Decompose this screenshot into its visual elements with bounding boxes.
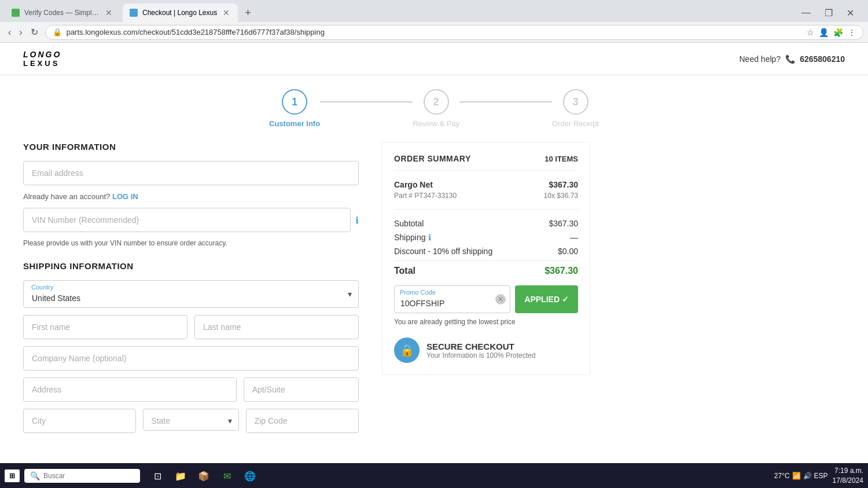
start-button[interactable]: ⊞ <box>5 469 20 482</box>
secure-text: SECURE CHECKOUT Your Information is 100%… <box>426 342 535 359</box>
tab-title-2: Checkout | Longo Lexus <box>142 9 217 17</box>
taskbar-search[interactable]: 🔍 <box>24 469 140 483</box>
language-label: ESP <box>814 472 828 480</box>
order-summary: ORDER SUMMARY 10 ITEMS Cargo Net $367.30… <box>382 142 590 375</box>
your-info-title: YOUR INFORMATION <box>23 142 359 152</box>
product-detail: Part # PT347-33130 10x $36.73 <box>394 192 578 200</box>
wifi-icon: 📶 <box>792 472 801 480</box>
logo-line2: LEXUS <box>23 59 61 68</box>
address-bar-container: ‹ › ↻ 🔒 parts.longolexus.com/checkout/51… <box>0 22 868 42</box>
tab-close-1[interactable]: ✕ <box>104 8 113 17</box>
secure-subtitle: Your Information is 100% Protected <box>426 351 535 359</box>
step-circle-2: 2 <box>424 89 449 115</box>
taskbar-sys-icons: 27°C 📶 🔊 ESP <box>774 472 828 480</box>
step-1: 1 Customer Info <box>269 89 320 128</box>
apt-input[interactable] <box>244 377 359 402</box>
shipping-value: — <box>570 233 578 242</box>
discount-line: Discount - 10% off shipping $0.00 <box>394 247 578 256</box>
profile-icon[interactable]: 👤 <box>819 28 829 37</box>
vin-help-icon[interactable]: ℹ <box>355 215 359 226</box>
lock-icon: 🔒 <box>53 28 62 36</box>
bookmark-icon[interactable]: ☆ <box>807 28 814 37</box>
tab-close-2[interactable]: ✕ <box>222 8 231 17</box>
shipping-label: Shipping ℹ <box>394 233 431 242</box>
summary-header: ORDER SUMMARY 10 ITEMS <box>394 154 578 171</box>
new-tab-button[interactable]: + <box>240 5 256 21</box>
step-label-3: Order Receipt <box>552 119 599 128</box>
company-group <box>23 346 359 370</box>
country-select[interactable]: United States Canada Mexico <box>23 280 359 308</box>
volume-icon: 🔊 <box>803 472 812 480</box>
extensions-icon[interactable]: 🧩 <box>833 28 843 37</box>
close-button[interactable]: ✕ <box>842 5 859 21</box>
subtotal-line: Subtotal $367.30 <box>394 219 578 228</box>
shipping-title: SHIPPING INFORMATION <box>23 261 359 271</box>
url-text: parts.longolexus.com/checkout/51cdd3e218… <box>67 28 802 36</box>
step-2: 2 Review & Pay <box>413 89 459 128</box>
city-input[interactable] <box>23 409 136 433</box>
back-button[interactable]: ‹ <box>5 24 14 40</box>
main-layout: YOUR INFORMATION Already have an account… <box>0 142 868 463</box>
shipping-info-icon[interactable]: ℹ <box>428 233 431 242</box>
taskbar-search-input[interactable] <box>43 472 124 480</box>
maximize-button[interactable]: ❐ <box>820 5 837 21</box>
lock-icon: 🔒 <box>394 337 420 363</box>
taskbar-right: 27°C 📶 🔊 ESP 7:19 a.m. 17/8/2024 <box>774 466 863 486</box>
total-amount: $367.30 <box>545 266 578 276</box>
step-label-2: Review & Pay <box>413 119 459 128</box>
product-name: Cargo Net $367.30 <box>394 180 578 189</box>
clock-time: 7:19 a.m. <box>833 466 863 476</box>
tab-checkout[interactable]: Checkout | Longo Lexus ✕ <box>123 3 238 22</box>
sidebar: ORDER SUMMARY 10 ITEMS Cargo Net $367.30… <box>382 142 590 440</box>
email-input[interactable] <box>23 161 359 185</box>
applied-button[interactable]: APPLIED ✓ <box>515 285 578 313</box>
shipping-section: SHIPPING INFORMATION Country United Stat… <box>23 261 359 433</box>
logo-line1: LONGO <box>23 50 61 59</box>
zip-input[interactable] <box>246 409 359 433</box>
site-header: LONGO LEXUS Need help? 📞 6265806210 <box>0 43 868 75</box>
phone-number: 6265806210 <box>800 54 845 64</box>
taskbar: ⊞ 🔍 ⊡ 📁 📦 ✉ 🌐 27°C 📶 🔊 ESP 7:19 a.m. 17/… <box>0 463 868 488</box>
minimize-button[interactable]: — <box>797 5 815 20</box>
address-bar[interactable]: 🔒 parts.longolexus.com/checkout/51cdd3e2… <box>45 25 863 40</box>
app-icon-3[interactable]: 🌐 <box>240 465 260 486</box>
promo-hint: You are already getting the lowest price <box>394 318 578 326</box>
step-circle-1: 1 <box>282 89 307 115</box>
taskbar-clock: 7:19 a.m. 17/8/2024 <box>833 466 863 486</box>
country-group: Country United States Canada Mexico ▾ <box>23 280 359 308</box>
progress-bar: 1 Customer Info 2 Review & Pay 3 Order R… <box>0 75 868 142</box>
promo-clear-button[interactable]: ✕ <box>495 294 506 304</box>
vin-hint: Please provide us with your VIN number t… <box>23 239 359 247</box>
logo: LONGO LEXUS <box>23 50 61 68</box>
name-group <box>23 315 359 339</box>
app-icon-1[interactable]: 📦 <box>193 465 214 486</box>
state-select[interactable] <box>143 409 238 431</box>
login-link[interactable]: LOG IN <box>112 192 138 201</box>
secure-checkout: 🔒 SECURE CHECKOUT Your Information is 10… <box>394 337 578 363</box>
vin-input[interactable] <box>23 208 351 232</box>
app-icon-2[interactable]: ✉ <box>216 465 237 486</box>
clock-date: 17/8/2024 <box>833 476 863 486</box>
forward-button[interactable]: › <box>16 24 25 40</box>
country-label: Country <box>31 284 54 291</box>
items-count: 10 ITEMS <box>545 155 578 163</box>
help-info: Need help? 📞 6265806210 <box>740 54 845 64</box>
secure-title: SECURE CHECKOUT <box>426 342 535 351</box>
first-name-input[interactable] <box>23 315 187 339</box>
step-3: 3 Order Receipt <box>552 89 599 128</box>
address-group <box>23 377 359 402</box>
step-line-2-3 <box>459 101 552 102</box>
search-icon: 🔍 <box>30 471 40 480</box>
company-input[interactable] <box>23 346 359 370</box>
vin-group: ℹ <box>23 208 359 232</box>
last-name-input[interactable] <box>194 315 359 339</box>
product-row: Cargo Net $367.30 Part # PT347-33130 10x… <box>394 180 578 210</box>
file-explorer-icon[interactable]: 📁 <box>170 465 191 486</box>
task-view-icon[interactable]: ⊡ <box>147 465 168 486</box>
address-input[interactable] <box>23 377 237 402</box>
reload-button[interactable]: ↻ <box>27 24 42 40</box>
promo-input-row: Promo Code ✕ APPLIED ✓ <box>394 285 578 313</box>
tab-verify-codes[interactable]: Verify Codes — SimplyCodes ✕ <box>5 3 120 22</box>
city-state-zip-group: State ▾ <box>23 409 359 433</box>
menu-icon[interactable]: ⋮ <box>848 28 856 37</box>
